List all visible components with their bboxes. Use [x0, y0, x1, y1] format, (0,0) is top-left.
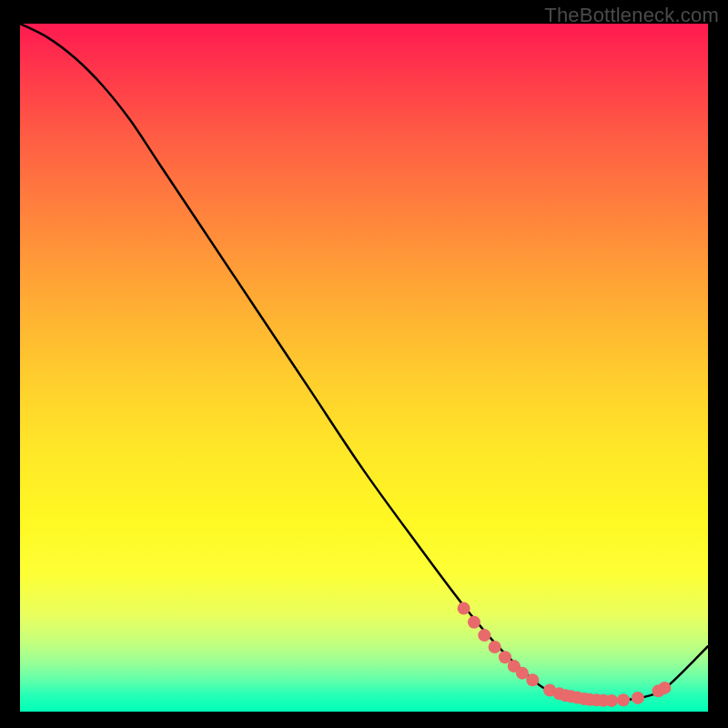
marker-dot	[605, 694, 618, 707]
marker-dot	[478, 629, 490, 642]
marker-dot	[658, 682, 671, 694]
series-markers	[458, 602, 672, 707]
marker-dot	[526, 673, 539, 686]
marker-dot	[632, 692, 644, 704]
series-curve	[20, 24, 708, 701]
chart-svg	[20, 24, 708, 712]
marker-dot	[489, 641, 501, 653]
plot-area	[20, 24, 708, 712]
marker-dot	[458, 602, 470, 615]
marker-dot	[617, 693, 630, 706]
marker-dot	[468, 616, 480, 629]
